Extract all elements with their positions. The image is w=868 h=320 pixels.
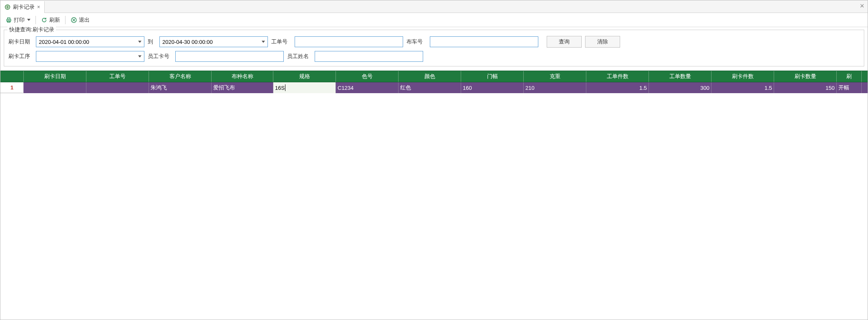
tab-swipe-records[interactable]: 刷卡记录 ×	[0, 1, 45, 13]
print-button[interactable]: 打印	[4, 15, 32, 25]
filter-row-2: 刷卡工序 员工卡号 员工姓名	[8, 51, 860, 62]
refresh-icon	[41, 17, 48, 23]
cell-customer-name[interactable]: 朱鸿飞	[149, 82, 212, 93]
svg-rect-2	[8, 18, 10, 19]
col-spec[interactable]: 规格	[273, 71, 336, 82]
col-swipe-qty[interactable]: 刷卡数量	[774, 71, 837, 82]
col-tail[interactable]: 刷	[837, 71, 862, 82]
window-close-icon[interactable]: ×	[860, 2, 864, 10]
cell-swipe-qty[interactable]: 150	[774, 82, 837, 93]
col-swipe-date[interactable]: 刷卡日期	[24, 71, 86, 82]
close-icon[interactable]: ×	[37, 4, 40, 10]
exit-icon	[71, 17, 77, 23]
label-emp-name: 员工姓名	[287, 53, 311, 60]
refresh-label: 刷新	[49, 16, 60, 24]
col-weight[interactable]: 克重	[524, 71, 586, 82]
col-cloth-type[interactable]: 布种名称	[212, 71, 273, 82]
toolbar-separator	[35, 16, 36, 24]
cell-color[interactable]: 红色	[399, 82, 461, 93]
date-from-input[interactable]	[36, 36, 144, 47]
cell-swipe-pieces[interactable]: 1.5	[712, 82, 774, 93]
cell-color-no[interactable]: C1234	[336, 82, 399, 93]
col-order-no[interactable]: 工单号	[86, 71, 149, 82]
cell-swipe-date[interactable]	[24, 82, 86, 93]
label-swipe-process: 刷卡工序	[8, 53, 33, 60]
label-emp-card-no: 员工卡号	[148, 53, 172, 60]
col-customer-name[interactable]: 客户名称	[149, 71, 212, 82]
col-color[interactable]: 颜色	[399, 71, 461, 82]
cell-weight[interactable]: 210	[524, 82, 586, 93]
label-order-no: 工单号	[271, 38, 291, 46]
date-to-input[interactable]	[159, 36, 268, 47]
text-caret	[285, 84, 285, 91]
cell-tail[interactable]: 开幅	[837, 82, 862, 93]
filter-panel: 快捷查询:刷卡记录 刷卡日期 到 工单号 布车号 查询 清除 刷卡工序 员工卡号	[4, 30, 864, 66]
filter-row-1: 刷卡日期 到 工单号 布车号 查询 清除	[8, 36, 860, 48]
grid-header: 刷卡日期 工单号 客户名称 布种名称 规格 色号 颜色 门幅 克重 工单件数 工…	[0, 71, 868, 82]
globe-icon	[5, 4, 10, 10]
chevron-down-icon	[138, 41, 141, 43]
col-swipe-pieces[interactable]: 刷卡件数	[712, 71, 774, 82]
cell-cloth-type[interactable]: 爱招飞布	[212, 82, 273, 93]
toolbar-separator	[65, 16, 66, 24]
exit-button[interactable]: 退出	[69, 15, 91, 25]
chevron-down-icon	[138, 56, 141, 58]
tab-title: 刷卡记录	[13, 3, 35, 11]
printer-icon	[5, 17, 12, 23]
cell-spec-editing[interactable]: 16S	[273, 82, 336, 93]
table-row[interactable]: 1 朱鸿飞 爱招飞布 16S C1234 红色 160 210 1.5 300 …	[0, 82, 868, 93]
data-grid: 刷卡日期 工单号 客户名称 布种名称 规格 色号 颜色 门幅 克重 工单件数 工…	[0, 71, 868, 93]
chevron-down-icon	[262, 41, 265, 43]
tab-bar: 刷卡记录 × ×	[0, 0, 868, 13]
emp-card-no-input[interactable]	[175, 51, 284, 62]
exit-label: 退出	[79, 16, 90, 24]
col-color-no[interactable]: 色号	[336, 71, 399, 82]
clear-button[interactable]: 清除	[585, 36, 620, 48]
col-width[interactable]: 门幅	[461, 71, 524, 82]
col-order-pieces[interactable]: 工单件数	[586, 71, 649, 82]
print-label: 打印	[14, 16, 25, 24]
refresh-button[interactable]: 刷新	[39, 15, 62, 25]
label-cloth-cart-no: 布车号	[406, 38, 426, 46]
label-swipe-date: 刷卡日期	[8, 38, 33, 46]
row-index[interactable]: 1	[0, 82, 24, 93]
filter-legend: 快捷查询:刷卡记录	[8, 26, 56, 33]
cell-order-qty[interactable]: 300	[649, 82, 712, 93]
col-indicator	[0, 71, 24, 82]
swipe-process-input[interactable]	[36, 51, 144, 62]
cell-spec-value: 16S	[275, 85, 285, 91]
order-no-input[interactable]	[295, 36, 403, 47]
toolbar: 打印 刷新 退出	[0, 13, 868, 27]
cell-order-no[interactable]	[86, 82, 149, 93]
cell-order-pieces[interactable]: 1.5	[586, 82, 649, 93]
cloth-cart-no-input[interactable]	[430, 36, 538, 47]
emp-name-input[interactable]	[315, 51, 423, 62]
col-order-qty[interactable]: 工单数量	[649, 71, 712, 82]
query-button[interactable]: 查询	[547, 36, 582, 48]
cell-width[interactable]: 160	[461, 82, 524, 93]
chevron-down-icon	[27, 19, 30, 21]
label-to: 到	[148, 38, 156, 46]
